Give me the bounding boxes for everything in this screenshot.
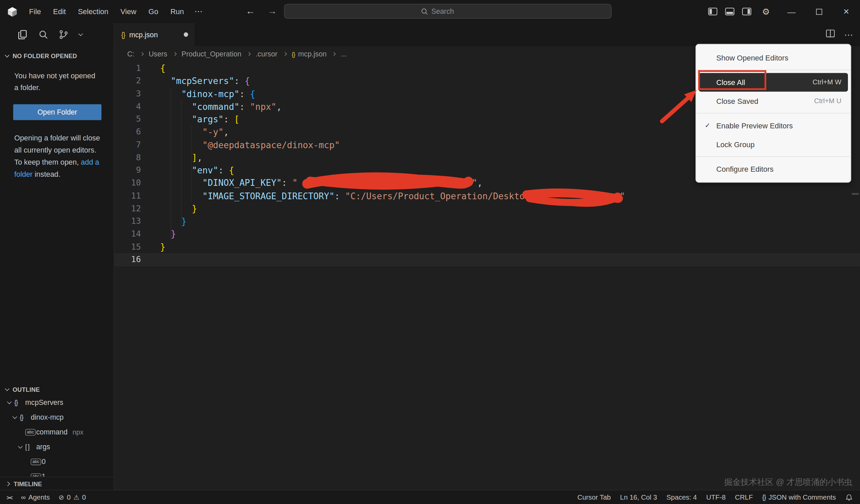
line-number: 10	[115, 177, 149, 189]
explorer-section-header[interactable]: NO FOLDER OPENED	[0, 46, 114, 59]
json-braces-icon: {}	[762, 493, 765, 501]
chevron-down-icon[interactable]	[10, 416, 19, 419]
maximize-button[interactable]	[805, 0, 833, 23]
no-folder-message: You have not yet opened a folder.	[14, 70, 97, 93]
activity-bar	[0, 23, 114, 46]
toggle-secondary-sidebar-icon[interactable]	[739, 3, 756, 20]
menu-view[interactable]: View	[115, 0, 142, 23]
more-actions-icon[interactable]: ⋯	[844, 29, 853, 40]
menu-item-show-opened-editors[interactable]: Show Opened Editors	[699, 48, 848, 67]
menu-item-label: Close Saved	[716, 97, 758, 105]
menu-item-close-saved[interactable]: Close SavedCtrl+M U	[699, 92, 848, 111]
more-views-chevron-icon[interactable]	[79, 33, 82, 36]
toggle-primary-sidebar-icon[interactable]	[704, 3, 721, 20]
status-ln-16-col-3[interactable]: Ln 16, Col 3	[620, 493, 657, 501]
agents-label: Agents	[29, 493, 50, 501]
breadcrumb-item-[interactable]: ...	[341, 50, 347, 58]
menu-run[interactable]: Run	[164, 0, 190, 23]
menu-item-shortcut: Ctrl+M W	[813, 78, 842, 86]
code-line[interactable]: 14 }	[115, 228, 860, 241]
outline-item-1[interactable]: abc1	[0, 469, 114, 477]
forward-arrow-icon[interactable]: →	[268, 0, 277, 23]
warning-count: 0	[82, 493, 86, 501]
minimize-button[interactable]: —	[778, 0, 805, 23]
outline-item-command[interactable]: abccommandnpx	[0, 425, 114, 440]
tab-mcp-json[interactable]: {} mcp.json	[115, 23, 195, 46]
open-folder-button[interactable]: Open Folder	[13, 104, 101, 120]
menu-bar: FileEditSelectionViewGoRun⋯	[23, 0, 207, 23]
problems-status[interactable]: ⊘ 0 ⚠ 0	[58, 493, 86, 501]
menu-separator	[697, 70, 850, 70]
explorer-icon[interactable]	[17, 29, 28, 40]
menu-item-enable-preview-editors[interactable]: ✓Enable Preview Editors	[699, 116, 848, 135]
breadcrumb-item-mcp-json[interactable]: mcp.json	[298, 50, 327, 58]
code-line[interactable]: 16	[115, 253, 860, 266]
line-number: 4	[115, 100, 149, 113]
infinity-icon: ∞	[21, 493, 26, 501]
notifications-bell-icon[interactable]	[845, 493, 853, 501]
global-search-box[interactable]	[284, 4, 612, 18]
split-editor-icon[interactable]	[826, 30, 835, 39]
modified-dot-icon[interactable]	[184, 32, 188, 37]
code-line[interactable]: 11 "IMAGE_STORAGE_DIRECTORY": "C:/Users/…	[115, 189, 860, 202]
code-line[interactable]: 13 }	[115, 215, 860, 228]
line-number: 11	[115, 189, 149, 202]
toggle-panel-icon[interactable]	[721, 3, 739, 20]
code-text: {	[149, 62, 165, 75]
menu-item-configure-editors[interactable]: Configure Editors	[699, 160, 848, 178]
menu-separator	[697, 156, 850, 157]
overview-ruler-mark	[852, 193, 859, 195]
outline-label: args	[36, 443, 50, 451]
back-arrow-icon[interactable]: ←	[246, 0, 255, 23]
timeline-section-header[interactable]: TIMELINE	[0, 477, 114, 490]
chevron-down-icon[interactable]	[4, 401, 14, 404]
breadcrumb-item-product-operation[interactable]: Product_Operation	[182, 50, 241, 58]
outline-section-header[interactable]: OUTLINE	[0, 384, 114, 393]
status-json-with-comments[interactable]: {}JSON with Comments	[762, 493, 836, 501]
breadcrumb-item-cursor[interactable]: .cursor	[256, 50, 277, 58]
status-cursor-tab[interactable]: Cursor Tab	[577, 493, 611, 501]
outline-item-args[interactable]: [ ]args	[0, 440, 114, 454]
hint-after: instead.	[32, 170, 60, 178]
menu-selection[interactable]: Selection	[72, 0, 115, 23]
menu-item-close-all[interactable]: Close AllCtrl+M W	[699, 73, 848, 92]
status-spaces-4[interactable]: Spaces: 4	[666, 493, 697, 501]
breadcrumb-item-users[interactable]: Users	[148, 50, 167, 58]
chevron-down-icon[interactable]	[15, 445, 25, 449]
status-label: Cursor Tab	[577, 493, 611, 501]
line-number: 13	[115, 215, 149, 228]
context-menu: Show Opened EditorsClose AllCtrl+M WClos…	[696, 44, 851, 183]
error-icon: ⊘	[58, 493, 64, 501]
search-input[interactable]	[431, 7, 475, 15]
menu-edit[interactable]: Edit	[47, 0, 72, 23]
status-utf-8[interactable]: UTF-8	[706, 493, 726, 501]
line-number: 1	[115, 62, 149, 75]
search-sidebar-icon[interactable]	[38, 30, 48, 39]
outline-item-dinox-mcp[interactable]: {}dinox-mcp	[0, 410, 114, 425]
menu-go[interactable]: Go	[142, 0, 164, 23]
breadcrumb-item-c[interactable]: C:	[127, 50, 134, 58]
outline-item-0[interactable]: abc0	[0, 454, 114, 469]
code-line[interactable]: 12 }	[115, 202, 860, 215]
gear-icon[interactable]: ⚙	[758, 3, 775, 20]
status-label: UTF-8	[706, 493, 726, 501]
outline-detail: npx	[73, 428, 84, 436]
chevron-right-icon	[282, 53, 287, 55]
outline-item-mcpservers[interactable]: {}mcpServers	[0, 395, 114, 410]
code-text: "IMAGE_STORAGE_DIRECTORY": "C:/Users/Pro…	[149, 189, 625, 202]
agents-status[interactable]: ∞ Agents	[21, 493, 50, 501]
line-number: 12	[115, 202, 149, 215]
status-crlf[interactable]: CRLF	[735, 493, 753, 501]
remote-indicator[interactable]: ><	[7, 494, 12, 501]
close-window-button[interactable]: ×	[832, 0, 860, 23]
source-control-icon[interactable]	[59, 30, 69, 39]
cursor-logo-icon	[7, 6, 17, 17]
menu-item-label: Close All	[716, 78, 745, 86]
code-line[interactable]: 15}	[115, 241, 860, 253]
chevron-right-icon	[5, 481, 10, 486]
line-number: 7	[115, 139, 149, 151]
menu-item-lock-group[interactable]: Lock Group	[699, 135, 848, 154]
menu-file[interactable]: File	[23, 0, 47, 23]
code-text	[149, 253, 160, 266]
more-menus-icon[interactable]: ⋯	[190, 0, 207, 23]
